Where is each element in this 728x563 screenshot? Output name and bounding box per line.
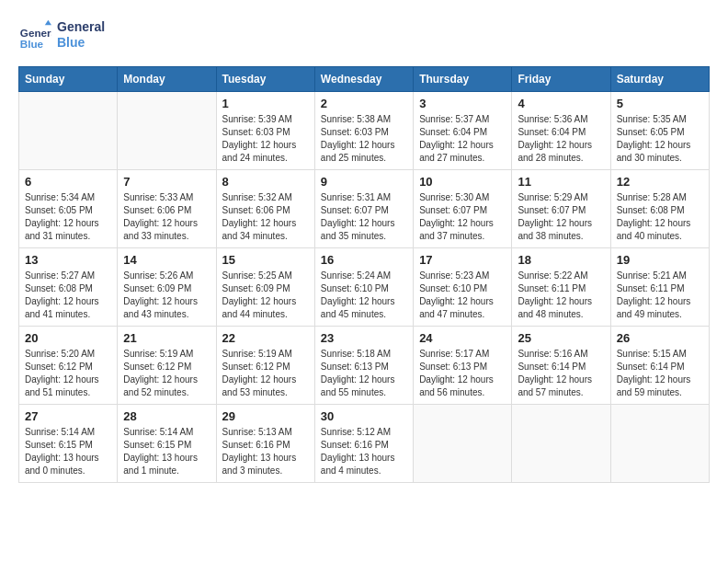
calendar-cell: 7Sunrise: 5:33 AM Sunset: 6:06 PM Daylig… bbox=[118, 170, 216, 248]
calendar-cell: 12Sunrise: 5:28 AM Sunset: 6:08 PM Dayli… bbox=[610, 170, 709, 248]
calendar-cell bbox=[512, 405, 610, 483]
day-info: Sunrise: 5:29 AM Sunset: 6:07 PM Dayligh… bbox=[518, 191, 604, 243]
day-number: 23 bbox=[321, 331, 407, 345]
svg-marker-2 bbox=[45, 20, 51, 25]
day-number: 7 bbox=[123, 175, 210, 189]
day-number: 26 bbox=[617, 331, 703, 345]
day-number: 21 bbox=[123, 331, 210, 345]
calendar-cell: 2Sunrise: 5:38 AM Sunset: 6:03 PM Daylig… bbox=[314, 92, 413, 170]
weekday-header: Wednesday bbox=[314, 67, 413, 92]
weekday-header: Thursday bbox=[414, 67, 512, 92]
day-info: Sunrise: 5:37 AM Sunset: 6:04 PM Dayligh… bbox=[419, 113, 506, 165]
weekday-header: Monday bbox=[118, 67, 216, 92]
day-info: Sunrise: 5:14 AM Sunset: 6:15 PM Dayligh… bbox=[123, 426, 210, 477]
day-info: Sunrise: 5:39 AM Sunset: 6:03 PM Dayligh… bbox=[222, 113, 309, 165]
weekday-header: Saturday bbox=[610, 67, 709, 92]
calendar-cell bbox=[118, 92, 216, 170]
day-info: Sunrise: 5:13 AM Sunset: 6:16 PM Dayligh… bbox=[222, 426, 309, 477]
day-number: 14 bbox=[123, 253, 210, 267]
day-number: 16 bbox=[321, 253, 407, 267]
logo: General Blue General Blue bbox=[18, 18, 105, 52]
day-number: 13 bbox=[25, 253, 111, 267]
calendar-cell: 14Sunrise: 5:26 AM Sunset: 6:09 PM Dayli… bbox=[118, 248, 216, 327]
day-info: Sunrise: 5:35 AM Sunset: 6:05 PM Dayligh… bbox=[617, 113, 703, 165]
day-number: 18 bbox=[518, 253, 604, 267]
weekday-header: Sunday bbox=[19, 67, 118, 92]
calendar-cell: 4Sunrise: 5:36 AM Sunset: 6:04 PM Daylig… bbox=[512, 92, 610, 170]
day-number: 25 bbox=[518, 331, 604, 345]
calendar-cell: 11Sunrise: 5:29 AM Sunset: 6:07 PM Dayli… bbox=[512, 170, 610, 248]
logo-icon: General Blue bbox=[18, 18, 51, 52]
day-number: 15 bbox=[222, 253, 309, 267]
day-number: 24 bbox=[419, 331, 506, 345]
calendar-cell: 30Sunrise: 5:12 AM Sunset: 6:16 PM Dayli… bbox=[314, 405, 413, 483]
calendar-cell bbox=[19, 92, 118, 170]
day-number: 3 bbox=[419, 97, 506, 110]
day-number: 4 bbox=[518, 97, 604, 110]
calendar-cell: 19Sunrise: 5:21 AM Sunset: 6:11 PM Dayli… bbox=[610, 248, 709, 327]
day-info: Sunrise: 5:34 AM Sunset: 6:05 PM Dayligh… bbox=[25, 191, 111, 243]
day-number: 12 bbox=[617, 175, 703, 189]
calendar-cell: 8Sunrise: 5:32 AM Sunset: 6:06 PM Daylig… bbox=[216, 170, 314, 248]
day-number: 11 bbox=[518, 175, 604, 189]
calendar-table: SundayMondayTuesdayWednesdayThursdayFrid… bbox=[18, 66, 710, 483]
day-info: Sunrise: 5:36 AM Sunset: 6:04 PM Dayligh… bbox=[518, 113, 604, 165]
calendar-cell: 10Sunrise: 5:30 AM Sunset: 6:07 PM Dayli… bbox=[414, 170, 512, 248]
day-number: 10 bbox=[419, 175, 506, 189]
day-info: Sunrise: 5:18 AM Sunset: 6:13 PM Dayligh… bbox=[321, 348, 407, 399]
calendar-cell: 16Sunrise: 5:24 AM Sunset: 6:10 PM Dayli… bbox=[314, 248, 413, 327]
day-number: 19 bbox=[617, 253, 703, 267]
day-number: 20 bbox=[25, 331, 111, 345]
calendar-cell: 9Sunrise: 5:31 AM Sunset: 6:07 PM Daylig… bbox=[314, 170, 413, 248]
calendar-week-row: 20Sunrise: 5:20 AM Sunset: 6:12 PM Dayli… bbox=[19, 327, 710, 405]
day-info: Sunrise: 5:23 AM Sunset: 6:10 PM Dayligh… bbox=[419, 270, 506, 321]
calendar-cell: 21Sunrise: 5:19 AM Sunset: 6:12 PM Dayli… bbox=[118, 327, 216, 405]
day-number: 22 bbox=[222, 331, 309, 345]
day-info: Sunrise: 5:28 AM Sunset: 6:08 PM Dayligh… bbox=[617, 191, 703, 243]
day-info: Sunrise: 5:21 AM Sunset: 6:11 PM Dayligh… bbox=[617, 270, 703, 321]
calendar-cell: 15Sunrise: 5:25 AM Sunset: 6:09 PM Dayli… bbox=[216, 248, 314, 327]
calendar-cell: 20Sunrise: 5:20 AM Sunset: 6:12 PM Dayli… bbox=[19, 327, 118, 405]
calendar-cell bbox=[610, 405, 709, 483]
calendar-cell: 28Sunrise: 5:14 AM Sunset: 6:15 PM Dayli… bbox=[118, 405, 216, 483]
day-info: Sunrise: 5:19 AM Sunset: 6:12 PM Dayligh… bbox=[123, 348, 210, 399]
calendar-cell: 23Sunrise: 5:18 AM Sunset: 6:13 PM Dayli… bbox=[314, 327, 413, 405]
calendar-cell: 25Sunrise: 5:16 AM Sunset: 6:14 PM Dayli… bbox=[512, 327, 610, 405]
day-number: 1 bbox=[222, 97, 309, 110]
day-info: Sunrise: 5:38 AM Sunset: 6:03 PM Dayligh… bbox=[321, 113, 407, 165]
calendar-cell: 13Sunrise: 5:27 AM Sunset: 6:08 PM Dayli… bbox=[19, 248, 118, 327]
day-info: Sunrise: 5:32 AM Sunset: 6:06 PM Dayligh… bbox=[222, 191, 309, 243]
calendar-cell: 6Sunrise: 5:34 AM Sunset: 6:05 PM Daylig… bbox=[19, 170, 118, 248]
day-number: 2 bbox=[321, 97, 407, 110]
day-info: Sunrise: 5:24 AM Sunset: 6:10 PM Dayligh… bbox=[321, 270, 407, 321]
calendar-cell: 18Sunrise: 5:22 AM Sunset: 6:11 PM Dayli… bbox=[512, 248, 610, 327]
calendar-week-row: 6Sunrise: 5:34 AM Sunset: 6:05 PM Daylig… bbox=[19, 170, 710, 248]
day-info: Sunrise: 5:31 AM Sunset: 6:07 PM Dayligh… bbox=[321, 191, 407, 243]
day-number: 30 bbox=[321, 409, 407, 423]
calendar-cell: 5Sunrise: 5:35 AM Sunset: 6:05 PM Daylig… bbox=[610, 92, 709, 170]
day-info: Sunrise: 5:25 AM Sunset: 6:09 PM Dayligh… bbox=[222, 270, 309, 321]
svg-text:Blue: Blue bbox=[20, 38, 44, 50]
calendar-cell: 22Sunrise: 5:19 AM Sunset: 6:12 PM Dayli… bbox=[216, 327, 314, 405]
weekday-header: Tuesday bbox=[216, 67, 314, 92]
day-number: 5 bbox=[617, 97, 703, 110]
day-number: 9 bbox=[321, 175, 407, 189]
day-info: Sunrise: 5:30 AM Sunset: 6:07 PM Dayligh… bbox=[419, 191, 506, 243]
day-number: 29 bbox=[222, 409, 309, 423]
day-info: Sunrise: 5:26 AM Sunset: 6:09 PM Dayligh… bbox=[123, 270, 210, 321]
day-info: Sunrise: 5:20 AM Sunset: 6:12 PM Dayligh… bbox=[25, 348, 111, 399]
day-info: Sunrise: 5:12 AM Sunset: 6:16 PM Dayligh… bbox=[321, 426, 407, 477]
day-info: Sunrise: 5:19 AM Sunset: 6:12 PM Dayligh… bbox=[222, 348, 309, 399]
day-info: Sunrise: 5:27 AM Sunset: 6:08 PM Dayligh… bbox=[25, 270, 111, 321]
day-info: Sunrise: 5:33 AM Sunset: 6:06 PM Dayligh… bbox=[123, 191, 210, 243]
day-info: Sunrise: 5:15 AM Sunset: 6:14 PM Dayligh… bbox=[617, 348, 703, 399]
logo-text: General Blue bbox=[57, 19, 105, 51]
day-number: 8 bbox=[222, 175, 309, 189]
calendar-cell bbox=[414, 405, 512, 483]
calendar-week-row: 27Sunrise: 5:14 AM Sunset: 6:15 PM Dayli… bbox=[19, 405, 710, 483]
day-number: 27 bbox=[25, 409, 111, 423]
calendar-cell: 27Sunrise: 5:14 AM Sunset: 6:15 PM Dayli… bbox=[19, 405, 118, 483]
calendar-cell: 17Sunrise: 5:23 AM Sunset: 6:10 PM Dayli… bbox=[414, 248, 512, 327]
page-header: General Blue General Blue bbox=[18, 18, 710, 52]
day-info: Sunrise: 5:17 AM Sunset: 6:13 PM Dayligh… bbox=[419, 348, 506, 399]
